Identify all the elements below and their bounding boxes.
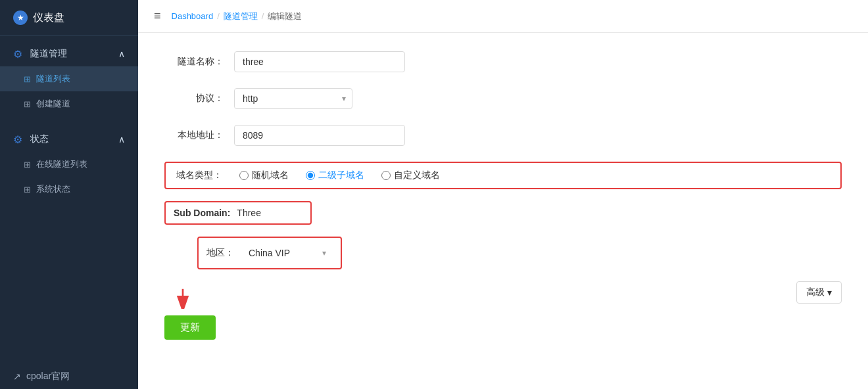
breadcrumb-middle[interactable]: 隧道管理 (224, 11, 258, 22)
region-label: 地区： (206, 247, 234, 259)
advanced-caret-icon: ▾ (827, 287, 832, 298)
tunnel-name-row: 隧道名称： (164, 51, 842, 72)
radio-random[interactable]: 随机域名 (239, 170, 289, 181)
arrow-down-icon (174, 288, 192, 309)
sidebar-item-online-tunnel[interactable]: ⊞ 在线隧道列表 (0, 152, 138, 177)
tunnel-list-label: 隧道列表 (36, 73, 70, 85)
radio-custom-input[interactable] (381, 171, 391, 180)
breadcrumb-sep2: / (262, 11, 264, 21)
system-status-label: 系统状态 (36, 183, 70, 195)
tunnel-name-input[interactable] (234, 51, 405, 72)
radio-random-label: 随机域名 (252, 170, 289, 181)
radio-custom-label: 自定义域名 (394, 170, 440, 181)
local-addr-input[interactable] (234, 125, 405, 146)
domain-type-box: 域名类型： 随机域名 二级子域名 自定义域名 (164, 162, 842, 189)
subdomain-input[interactable] (237, 208, 302, 218)
radio-second-label: 二级子域名 (318, 170, 364, 181)
external-icon: ↗ (13, 371, 21, 382)
region-row: 地区： China VIP China US ▾ (164, 237, 842, 269)
radio-second-input[interactable] (306, 171, 315, 180)
status-group-label: 状态 (30, 133, 49, 145)
sidebar: ★ 仪表盘 ⚙ 隧道管理 ∧ ⊞ 隧道列表 ⊞ 创建隧道 ⚙ 状态 ∧ (0, 0, 138, 389)
sidebar-section-status: ⚙ 状态 ∧ ⊞ 在线隧道列表 ⊞ 系统状态 (0, 122, 138, 207)
online-tunnel-icon: ⊞ (24, 160, 31, 170)
protocol-label: 协议： (164, 93, 224, 104)
menu-icon[interactable]: ≡ (154, 9, 161, 23)
sidebar-item-system-status[interactable]: ⊞ 系统状态 (0, 177, 138, 202)
advanced-button[interactable]: 高级 ▾ (796, 281, 842, 304)
domain-type-row: 域名类型： 随机域名 二级子域名 自定义域名 (164, 162, 842, 189)
online-tunnel-label: 在线隧道列表 (36, 158, 87, 170)
tunnel-list-icon: ⊞ (24, 74, 31, 84)
breadcrumb-current: 编辑隧道 (268, 11, 302, 22)
breadcrumb: Dashboard / 隧道管理 / 编辑隧道 (172, 11, 302, 22)
sidebar-group-tunnel[interactable]: ⚙ 隧道管理 ∧ (0, 41, 138, 66)
sidebar-item-create-tunnel[interactable]: ⊞ 创建隧道 (0, 91, 138, 116)
breadcrumb-sep1: / (217, 11, 220, 21)
breadcrumb-home[interactable]: Dashboard (172, 11, 214, 21)
update-button[interactable]: 更新 (164, 315, 216, 340)
sidebar-item-tunnel-list[interactable]: ⊞ 隧道列表 (0, 66, 138, 91)
subdomain-label: Sub Domain: (174, 208, 230, 218)
region-select[interactable]: China VIP China US (241, 243, 333, 263)
create-tunnel-label: 创建隧道 (36, 98, 70, 110)
protocol-select[interactable]: http https tcp udp (234, 88, 352, 109)
topbar: ≡ Dashboard / 隧道管理 / 编辑隧道 (138, 0, 868, 33)
sidebar-section-tunnel: ⚙ 隧道管理 ∧ ⊞ 隧道列表 ⊞ 创建隧道 (0, 36, 138, 122)
status-chevron-icon: ∧ (118, 134, 125, 145)
sidebar-logo-label: 仪表盘 (33, 11, 64, 25)
advanced-label: 高级 (806, 286, 825, 298)
tunnel-cog-icon: ⚙ (13, 48, 25, 60)
region-select-wrapper: China VIP China US ▾ (241, 243, 333, 263)
sidebar-logo[interactable]: ★ 仪表盘 (0, 0, 138, 36)
sidebar-group-status[interactable]: ⚙ 状态 ∧ (0, 127, 138, 152)
sidebar-external[interactable]: ↗ cpolar官网 (0, 364, 138, 389)
protocol-row: 协议： http https tcp udp ▾ (164, 88, 842, 109)
external-label: cpolar官网 (26, 371, 70, 382)
tunnel-group-label: 隧道管理 (30, 48, 67, 60)
form-area: 隧道名称： 协议： http https tcp udp ▾ 本地地址： (138, 33, 868, 389)
radio-random-input[interactable] (239, 171, 249, 180)
create-tunnel-icon: ⊞ (24, 99, 31, 109)
status-cog-icon: ⚙ (13, 133, 25, 145)
tunnel-name-label: 隧道名称： (164, 56, 224, 68)
protocol-select-wrapper: http https tcp udp ▾ (234, 88, 352, 109)
local-addr-row: 本地地址： (164, 125, 842, 146)
tunnel-chevron-icon: ∧ (118, 49, 125, 59)
radio-custom[interactable]: 自定义域名 (381, 170, 440, 181)
system-status-icon: ⊞ (24, 185, 31, 194)
region-box: 地区： China VIP China US ▾ (197, 237, 342, 269)
subdomain-box: Sub Domain: (164, 201, 312, 225)
subdomain-row: Sub Domain: (164, 201, 842, 225)
main-content: ≡ Dashboard / 隧道管理 / 编辑隧道 隧道名称： 协议： http… (138, 0, 868, 389)
domain-type-label: 域名类型： (176, 170, 222, 181)
logo-icon: ★ (13, 11, 28, 25)
radio-second[interactable]: 二级子域名 (306, 170, 364, 181)
local-addr-label: 本地地址： (164, 129, 224, 141)
